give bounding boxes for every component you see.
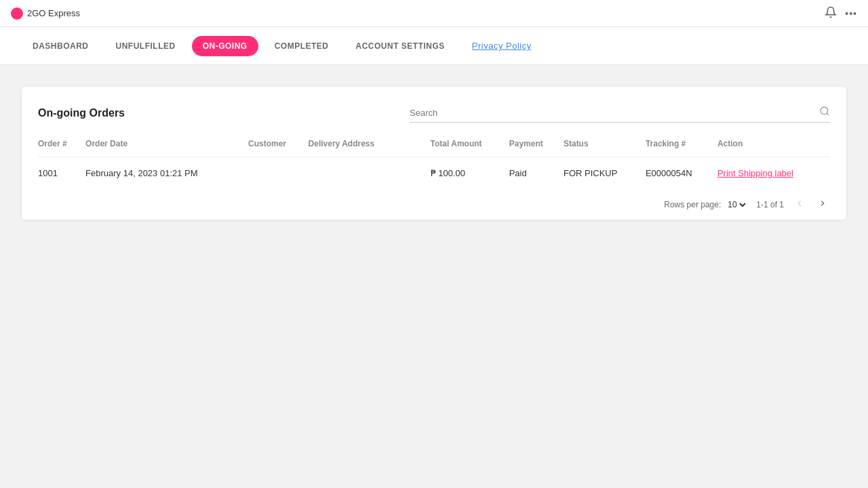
search-input[interactable] (410, 108, 819, 118)
prev-page-button[interactable] (792, 197, 807, 211)
col-payment: Payment (509, 134, 564, 157)
col-delivery-address: Delivery Address (309, 134, 431, 157)
search-icon (819, 106, 830, 119)
print-shipping-label-link[interactable]: Print Shipping label (717, 168, 793, 178)
nav-dashboard[interactable]: DASHBOARD (22, 36, 100, 56)
rows-per-page-label: Rows per page: (664, 200, 721, 209)
rows-per-page-select[interactable]: 10 25 50 (725, 199, 748, 210)
cell-delivery-address (309, 157, 431, 190)
cell-order-date: February 14, 2023 01:21 PM (85, 157, 248, 190)
nav-unfulfilled[interactable]: UNFULFILLED (105, 36, 186, 56)
more-options-icon[interactable]: ••• (845, 8, 857, 19)
svg-line-2 (827, 113, 829, 115)
cell-customer (248, 157, 309, 190)
brand: 2GO Express (11, 7, 80, 20)
col-customer: Customer (248, 134, 309, 157)
table-row: 1001 February 14, 2023 01:21 PM ₱ 100.00… (38, 157, 830, 190)
col-action: Action (717, 134, 830, 157)
pagination: Rows per page: 10 25 50 1-1 of 1 (38, 189, 830, 220)
cell-tracking: E0000054N (646, 157, 717, 190)
nav-account-settings[interactable]: ACCOUNT SETTINGS (345, 36, 456, 56)
cell-action: Print Shipping label (717, 157, 830, 190)
nav-on-going[interactable]: ON-GOING (192, 36, 258, 56)
col-tracking: Tracking # (646, 134, 717, 157)
notification-icon[interactable] (825, 6, 837, 21)
col-status: Status (564, 134, 646, 157)
col-order-date: Order Date (85, 134, 248, 157)
cell-order-num: 1001 (38, 157, 85, 190)
table-header-row: Order # Order Date Customer Delivery Add… (38, 134, 830, 157)
nav-privacy-policy[interactable]: Privacy Policy (461, 35, 542, 56)
topbar-actions: ••• (825, 6, 857, 21)
next-page-button[interactable] (815, 197, 830, 211)
orders-card: On-going Orders Order # Order Date Custo… (22, 87, 846, 220)
card-header: On-going Orders (38, 103, 830, 123)
orders-table: Order # Order Date Customer Delivery Add… (38, 134, 830, 189)
col-order-num: Order # (38, 134, 85, 157)
svg-point-0 (14, 10, 20, 17)
nav-completed[interactable]: COMPLETED (264, 36, 340, 56)
page-info: 1-1 of 1 (756, 200, 784, 209)
page-title: On-going Orders (38, 107, 125, 119)
main-content: On-going Orders Order # Order Date Custo… (0, 65, 868, 241)
svg-point-1 (821, 107, 828, 115)
brand-icon (11, 7, 23, 20)
cell-status: FOR PICKUP (564, 157, 646, 190)
cell-total-amount: ₱ 100.00 (431, 157, 509, 190)
navigation: DASHBOARD UNFULFILLED ON-GOING COMPLETED… (0, 27, 868, 65)
cell-payment: Paid (509, 157, 564, 190)
brand-name: 2GO Express (27, 8, 80, 18)
search-box (410, 103, 830, 123)
topbar: 2GO Express ••• (0, 0, 868, 27)
col-total-amount: Total Amount (431, 134, 509, 157)
rows-per-page: Rows per page: 10 25 50 (664, 199, 748, 210)
